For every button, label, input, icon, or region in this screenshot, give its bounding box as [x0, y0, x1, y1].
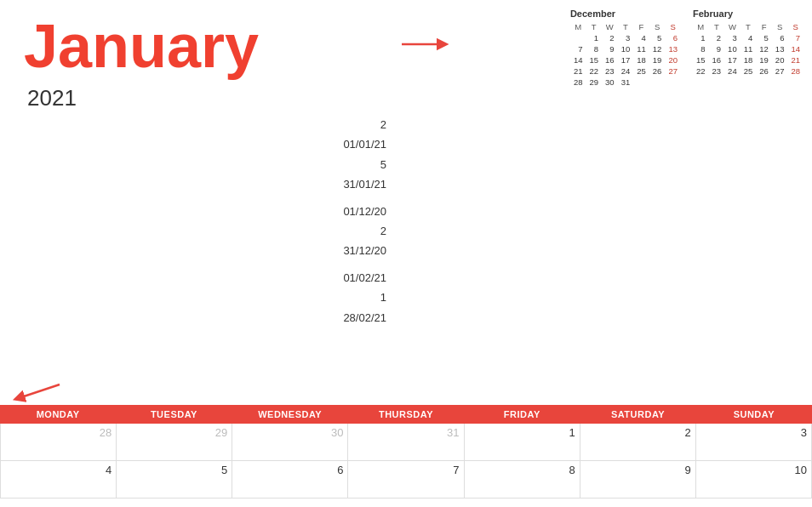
calendar-header: MONDAYTUESDAYWEDNESDAYTHURSDAYFRIDAYSATU… — [0, 405, 812, 424]
cal-cell[interactable]: 2 — [580, 424, 696, 461]
info-item-3: 5 — [343, 155, 386, 174]
mini-cal-december-title: December — [570, 9, 681, 19]
info-section: 2 01/01/21 5 31/01/21 01/12/20 2 31/12/2… — [343, 115, 386, 328]
cal-cell[interactable]: 1 — [465, 424, 580, 461]
main-calendar: MONDAYTUESDAYWEDNESDAYTHURSDAYFRIDAYSATU… — [0, 405, 812, 507]
cal-cell[interactable]: 7 — [348, 461, 464, 498]
svg-line-3 — [19, 385, 60, 398]
cal-cell[interactable]: 10 — [696, 461, 812, 498]
cal-cell[interactable]: 4 — [1, 461, 117, 498]
cal-cell[interactable]: 29 — [117, 424, 232, 461]
mini-cal-december-table: MTWTFSS 12345678910111213141516171819202… — [570, 21, 681, 88]
mini-cal-february-table: MTWTFSS 12345678910111213141516171819202… — [693, 21, 803, 77]
mini-cal-december: December MTWTFSS 12345678910111213141516… — [570, 9, 681, 88]
info-item-10: 28/02/21 — [343, 308, 386, 328]
mini-cal-february-title: February — [693, 9, 803, 19]
mini-cal-february: February MTWTFSS 12345678910111213141516… — [693, 9, 803, 88]
cal-cell[interactable]: 5 — [117, 461, 232, 498]
month-title: January — [24, 15, 259, 77]
arrow-december — [402, 36, 451, 56]
cal-header-cell: TUESDAY — [116, 405, 232, 424]
arrow-bottom-left — [9, 379, 66, 407]
cal-header-cell: SUNDAY — [696, 405, 812, 424]
mini-calendars-container: December MTWTFSS 12345678910111213141516… — [570, 9, 803, 88]
info-item-8: 01/02/21 — [343, 268, 386, 288]
cal-cell[interactable]: 8 — [465, 461, 580, 498]
info-item-5: 01/12/20 — [343, 202, 386, 221]
cal-header-cell: WEDNESDAY — [232, 405, 348, 424]
info-item-7: 31/12/20 — [343, 241, 386, 260]
cal-cell[interactable]: 3 — [696, 424, 812, 461]
info-item-2: 01/01/21 — [343, 134, 386, 154]
cal-header-cell: SATURDAY — [580, 405, 695, 424]
cal-cell[interactable]: 9 — [580, 461, 696, 498]
info-item-6: 2 — [343, 221, 386, 241]
info-item-1: 2 — [343, 115, 386, 134]
info-item-9: 1 — [343, 288, 386, 307]
info-item-4: 31/01/21 — [343, 174, 386, 194]
cal-header-cell: THURSDAY — [348, 405, 464, 424]
calendar-body: 2829303112345678910 — [0, 424, 812, 498]
cal-cell[interactable]: 28 — [1, 424, 117, 461]
cal-cell[interactable]: 30 — [232, 424, 348, 461]
year-label: 2021 — [27, 85, 77, 111]
cal-cell[interactable]: 31 — [348, 424, 464, 461]
cal-header-cell: MONDAY — [0, 405, 116, 424]
cal-header-cell: FRIDAY — [464, 405, 580, 424]
cal-cell[interactable]: 6 — [232, 461, 348, 498]
